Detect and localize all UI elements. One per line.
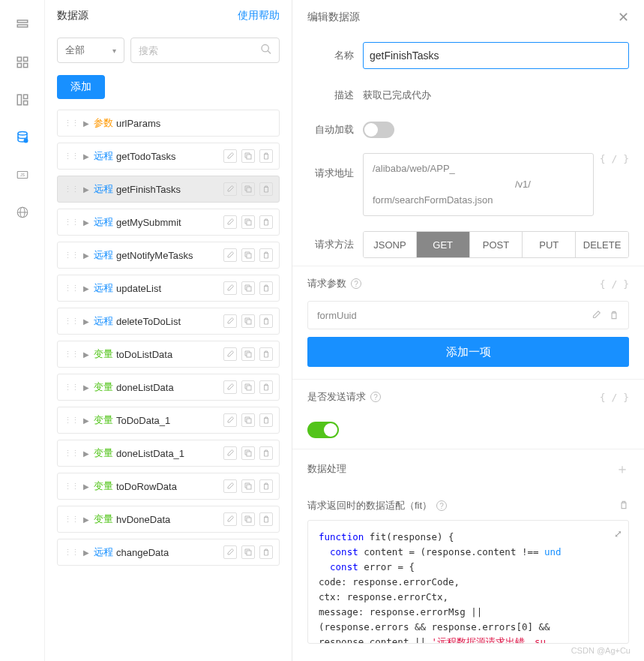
datasource-item[interactable]: ⋮⋮ ▶ 变量 doneListData (57, 374, 280, 401)
delete-icon[interactable] (259, 182, 273, 196)
delete-icon[interactable] (259, 479, 273, 493)
add-button[interactable]: 添加 (57, 75, 105, 99)
copy-icon[interactable] (241, 215, 255, 229)
delete-icon[interactable] (259, 314, 273, 328)
url-box[interactable]: /alibaba/web/APP_/v1/ form/searchFormDat… (363, 153, 594, 216)
edit-icon[interactable] (223, 347, 237, 361)
send-toggle[interactable] (307, 422, 339, 438)
delete-icon[interactable] (609, 310, 619, 320)
delete-icon[interactable] (259, 413, 273, 427)
delete-icon[interactable] (259, 380, 273, 394)
drag-handle-icon[interactable]: ⋮⋮ (64, 548, 79, 557)
datasource-item[interactable]: ⋮⋮ ▶ 远程 getMySubmmit (57, 209, 280, 236)
datasource-item[interactable]: ⋮⋮ ▶ 变量 doneListData_1 (57, 440, 280, 467)
caret-right-icon[interactable]: ▶ (83, 185, 89, 194)
datasource-item[interactable]: ⋮⋮ ▶ 远程 deleteToDoList (57, 308, 280, 335)
datasource-item[interactable]: ⋮⋮ ▶ 变量 toDoListData (57, 341, 280, 368)
copy-icon[interactable] (241, 314, 255, 328)
filter-select[interactable]: 全部 ▾ (57, 38, 124, 63)
caret-right-icon[interactable]: ▶ (83, 152, 89, 161)
copy-icon[interactable] (241, 545, 255, 559)
copy-icon[interactable] (241, 149, 255, 163)
datasource-item[interactable]: ⋮⋮ ▶ 远程 getTodoTasks (57, 143, 280, 170)
edit-icon[interactable] (223, 149, 237, 163)
nav-icon-globe[interactable] (16, 206, 29, 219)
method-post[interactable]: POST (470, 232, 523, 257)
caret-right-icon[interactable]: ▶ (83, 119, 89, 128)
caret-right-icon[interactable]: ▶ (83, 350, 89, 359)
drag-handle-icon[interactable]: ⋮⋮ (64, 350, 79, 359)
drag-handle-icon[interactable]: ⋮⋮ (64, 416, 79, 425)
delete-icon[interactable] (259, 512, 273, 526)
edit-icon[interactable] (223, 512, 237, 526)
drag-handle-icon[interactable]: ⋮⋮ (64, 119, 79, 128)
drag-handle-icon[interactable]: ⋮⋮ (64, 251, 79, 260)
edit-icon[interactable] (223, 413, 237, 427)
caret-right-icon[interactable]: ▶ (83, 515, 89, 524)
copy-icon[interactable] (241, 446, 255, 460)
delete-icon[interactable] (259, 347, 273, 361)
close-icon[interactable]: ✕ (618, 9, 629, 26)
edit-icon[interactable] (223, 182, 237, 196)
datasource-item[interactable]: ⋮⋮ ▶ 参数 urlParams (57, 110, 280, 137)
help-icon[interactable]: ? (436, 500, 447, 511)
delete-icon[interactable] (259, 545, 273, 559)
drag-handle-icon[interactable]: ⋮⋮ (64, 218, 79, 227)
copy-icon[interactable] (241, 182, 255, 196)
datasource-item[interactable]: ⋮⋮ ▶ 变量 ToDoData_1 (57, 407, 280, 434)
method-jsonp[interactable]: JSONP (364, 232, 417, 257)
edit-icon[interactable] (223, 380, 237, 394)
edit-icon[interactable] (223, 314, 237, 328)
code-hint-icon[interactable]: { / } (600, 153, 629, 164)
drag-handle-icon[interactable]: ⋮⋮ (64, 152, 79, 161)
datasource-item[interactable]: ⋮⋮ ▶ 变量 toDoRowData (57, 473, 280, 500)
delete-icon[interactable] (259, 248, 273, 262)
nav-icon-grid[interactable] (16, 56, 29, 69)
datasource-item[interactable]: ⋮⋮ ▶ 远程 changeData (57, 539, 280, 566)
datasource-item[interactable]: ⋮⋮ ▶ 远程 updateList (57, 275, 280, 302)
caret-right-icon[interactable]: ▶ (83, 416, 89, 425)
caret-right-icon[interactable]: ▶ (83, 218, 89, 227)
help-icon[interactable]: ? (351, 278, 361, 289)
drag-handle-icon[interactable]: ⋮⋮ (64, 515, 79, 524)
add-process-icon[interactable]: ＋ (616, 460, 629, 478)
nav-icon-js[interactable]: JS (16, 168, 29, 182)
edit-icon[interactable] (223, 248, 237, 262)
delete-fit-icon[interactable] (619, 500, 629, 512)
edit-icon[interactable] (591, 310, 601, 320)
caret-right-icon[interactable]: ▶ (83, 251, 89, 260)
edit-icon[interactable] (223, 545, 237, 559)
help-link[interactable]: 使用帮助 (238, 9, 280, 23)
method-put[interactable]: PUT (523, 232, 576, 257)
delete-icon[interactable] (259, 215, 273, 229)
expand-icon[interactable]: ⤢ (614, 527, 622, 542)
delete-icon[interactable] (259, 281, 273, 295)
nav-icon-layout[interactable] (16, 93, 29, 107)
method-get[interactable]: GET (417, 232, 470, 257)
edit-icon[interactable] (223, 479, 237, 493)
drag-handle-icon[interactable]: ⋮⋮ (64, 317, 79, 326)
nav-icon-datasource[interactable] (16, 131, 29, 144)
drag-handle-icon[interactable]: ⋮⋮ (64, 185, 79, 194)
nav-icon-outline[interactable] (16, 18, 29, 32)
drag-handle-icon[interactable]: ⋮⋮ (64, 482, 79, 491)
copy-icon[interactable] (241, 380, 255, 394)
delete-icon[interactable] (259, 446, 273, 460)
caret-right-icon[interactable]: ▶ (83, 284, 89, 293)
send-code-icon[interactable]: { / } (600, 392, 629, 403)
edit-icon[interactable] (223, 215, 237, 229)
search-input[interactable] (130, 38, 280, 63)
caret-right-icon[interactable]: ▶ (83, 383, 89, 392)
delete-icon[interactable] (259, 149, 273, 163)
copy-icon[interactable] (241, 281, 255, 295)
copy-icon[interactable] (241, 512, 255, 526)
caret-right-icon[interactable]: ▶ (83, 482, 89, 491)
help-icon[interactable]: ? (370, 392, 381, 402)
drag-handle-icon[interactable]: ⋮⋮ (64, 284, 79, 293)
edit-icon[interactable] (223, 281, 237, 295)
drag-handle-icon[interactable]: ⋮⋮ (64, 449, 79, 458)
caret-right-icon[interactable]: ▶ (83, 548, 89, 557)
datasource-item[interactable]: ⋮⋮ ▶ 远程 getFinishTasks (57, 176, 280, 203)
code-editor[interactable]: ⤢ function fit(response) { const content… (307, 520, 629, 644)
caret-right-icon[interactable]: ▶ (83, 449, 89, 458)
